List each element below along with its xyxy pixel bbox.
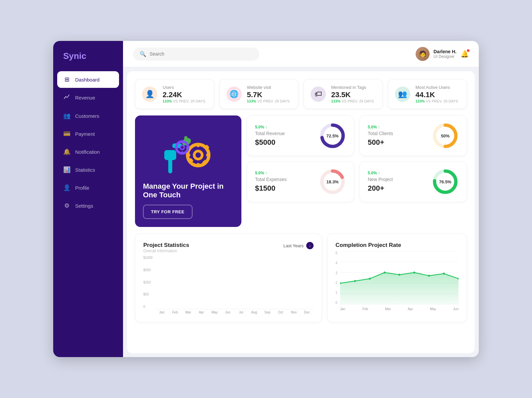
svg-rect-19 <box>181 140 183 143</box>
data-point <box>428 275 430 277</box>
project-value: 200+ <box>368 184 393 193</box>
statistics-icon: 📊 <box>63 166 70 173</box>
sidebar-item-label: Notification <box>75 149 100 155</box>
x-label: Jul <box>235 310 247 314</box>
metric-info-project: 5.0% ↑ New Project 200+ <box>368 171 393 193</box>
clients-value: 500+ <box>368 138 393 147</box>
y-label: 4 <box>335 261 337 265</box>
try-free-button[interactable]: TRY FOR FREE <box>143 205 193 219</box>
stat-info: Website visit 5.7K 133% VS PREV. 29 DAYS <box>247 85 290 103</box>
x-label: May <box>430 307 436 311</box>
stat-label: Users <box>163 85 205 90</box>
svg-rect-22 <box>186 146 189 148</box>
x-labels: Jan Feb Mar Apr May Jun Jul Aug Sep Oct <box>155 309 314 314</box>
website-stat-icon: 🌐 <box>226 87 242 102</box>
data-point <box>383 272 385 274</box>
revenue-donut: 72.5% <box>319 122 346 149</box>
promo-image <box>143 123 233 177</box>
stat-card-website: 🌐 Website visit 5.7K 133% VS PREV. 29 DA… <box>219 79 299 109</box>
sidebar-item-dashboard[interactable]: ⊞ Dashboard <box>57 71 119 88</box>
search-input[interactable] <box>150 51 253 57</box>
sidebar-item-settings[interactable]: ⚙ Settings <box>53 197 123 214</box>
x-label: Apr <box>196 310 207 314</box>
sidebar-item-customers[interactable]: 👥 Customers <box>53 107 123 124</box>
svg-rect-1 <box>164 150 176 160</box>
sidebar-item-label: Revenue <box>75 95 95 100</box>
line-chart-card: Completion Project Rate 5 4 3 2 1 0 <box>327 234 467 322</box>
sidebar-item-payment[interactable]: 💳 Payment <box>53 125 123 142</box>
bar-chart-subtitle: Overall Information <box>143 249 189 253</box>
payment-icon: 💳 <box>63 130 70 137</box>
x-label: Nov <box>288 310 300 314</box>
sidebar-item-statistics[interactable]: 📊 Statistics <box>53 161 123 178</box>
sidebar-item-revenue[interactable]: Revenue <box>53 89 123 106</box>
header: 🔍 🧑 Darlene H. UI Designer 🔔 <box>123 41 479 67</box>
promo-card: Manage Your Project in One Touch TRY FOR… <box>135 115 241 227</box>
line-chart-area: 5 4 3 2 1 0 <box>335 251 459 311</box>
chart-filter[interactable]: Last Years ↓ <box>283 242 314 249</box>
stat-change: 133% VS PREV. 29 DAYS <box>247 99 290 103</box>
notification-bell[interactable]: 🔔 <box>461 50 469 58</box>
data-point <box>354 280 356 282</box>
project-donut: 76.5% <box>432 168 459 195</box>
stat-label: Mentioned in Tags <box>331 85 374 90</box>
stat-value: 23.5K <box>331 91 374 99</box>
x-label: Mar <box>182 310 194 314</box>
revenue-icon <box>63 94 70 101</box>
x-label: Mar <box>385 307 391 311</box>
svg-rect-8 <box>197 143 200 147</box>
users-stat-icon: 👤 <box>142 87 157 102</box>
metric-info-clients: 5.0% ↑ Total Clients 500+ <box>368 125 393 147</box>
line-chart-header: Completion Project Rate <box>335 242 459 249</box>
search-bar[interactable]: 🔍 <box>133 48 259 61</box>
y-label: $50 <box>143 293 153 296</box>
y-label: 3 <box>335 271 337 275</box>
bar-chart-card: Project Statistics Overall Information L… <box>135 234 322 322</box>
line-chart-container: Jan Feb Mar Apr May Jun <box>340 251 459 311</box>
sidebar: Synic ⊞ Dashboard Revenue 👥 Customers � <box>53 41 123 357</box>
stat-value: 2.24K <box>163 91 205 99</box>
clients-project-column: 5.0% ↑ Total Clients 500+ 50% <box>359 115 467 227</box>
metric-info-expenses: 5.0% ↑ Total Expenses $1500 <box>255 171 287 193</box>
dashboard-icon: ⊞ <box>63 76 70 83</box>
revenue-donut-text: 72.5% <box>327 133 339 138</box>
sidebar-item-label: Statistics <box>75 167 95 173</box>
expenses-label: Total Expenses <box>255 177 287 182</box>
stats-row: 👤 Users 2.24K 133% VS PREV. 29 DAYS 🌐 We… <box>135 79 467 109</box>
svg-rect-20 <box>181 151 183 154</box>
y-label: 0 <box>335 301 337 304</box>
y-label: 0 <box>143 305 153 308</box>
expenses-donut: 18.3% <box>319 168 346 195</box>
app-wrapper: Synic ⊞ Dashboard Revenue 👥 Customers � <box>53 41 479 357</box>
bar-groups <box>155 256 314 309</box>
data-point <box>413 272 415 274</box>
svg-rect-9 <box>197 163 200 167</box>
stat-value: 44.1K <box>416 91 458 99</box>
svg-point-18 <box>181 146 184 149</box>
sidebar-item-label: Payment <box>75 131 95 137</box>
logo-sy: Sy <box>63 51 74 61</box>
y-label: 1 <box>335 291 337 295</box>
logo: Synic <box>53 51 123 71</box>
x-label: Jan <box>156 310 168 314</box>
sidebar-item-label: Profile <box>75 185 89 191</box>
notification-icon: 🔔 <box>63 148 70 155</box>
stat-card-active: 👥 Most Active Users 44.1K 133% VS PREV. … <box>388 79 467 109</box>
expenses-value: $1500 <box>255 184 287 193</box>
stat-card-users: 👤 Users 2.24K 133% VS PREV. 29 DAYS <box>135 79 214 109</box>
tags-stat-icon: 🏷 <box>311 87 326 102</box>
sidebar-item-profile[interactable]: 👤 Profile <box>53 179 123 196</box>
filter-download-icon[interactable]: ↓ <box>306 242 314 249</box>
data-point <box>398 274 400 276</box>
y-label: $1000 <box>143 256 153 260</box>
revenue-trend: 5.0% ↑ <box>255 125 285 129</box>
settings-icon: ⚙ <box>63 202 70 209</box>
x-label: May <box>209 310 221 314</box>
stat-card-tags: 🏷 Mentioned in Tags 23.5K 133% VS PREV. … <box>304 79 383 109</box>
y-label: $500 <box>143 268 153 272</box>
line-x-labels: Jan Feb Mar Apr May Jun <box>340 306 459 311</box>
x-label: Sep <box>261 310 273 314</box>
line-chart-svg <box>340 251 459 304</box>
expenses-trend: 5.0% ↑ <box>255 171 287 175</box>
sidebar-item-notification[interactable]: 🔔 Notification <box>53 143 123 160</box>
